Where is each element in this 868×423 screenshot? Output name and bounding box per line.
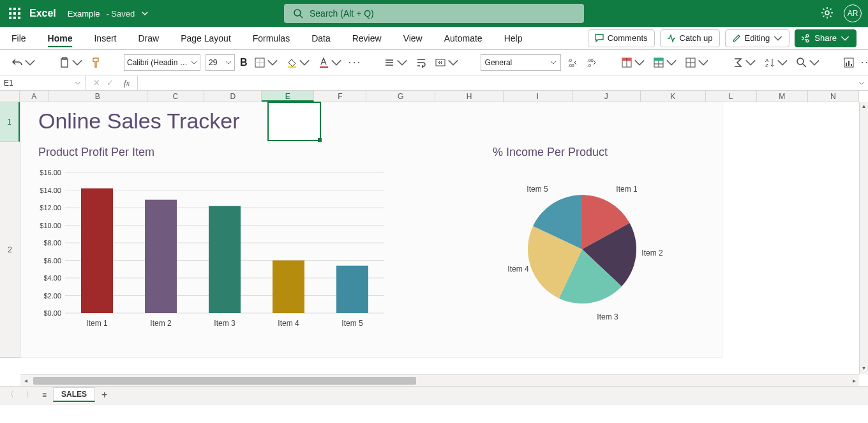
autosum-button[interactable] [731, 56, 758, 70]
select-all-corner[interactable] [0, 91, 20, 102]
svg-text:.00: .00 [587, 58, 594, 63]
app-launcher-icon[interactable] [9, 8, 20, 19]
svg-text:$8.00: $8.00 [43, 239, 61, 247]
cell-styles-button[interactable] [684, 56, 710, 70]
fill-color-button[interactable] [285, 56, 311, 70]
tab-help[interactable]: Help [504, 29, 523, 47]
font-size-select[interactable]: 29 [206, 54, 235, 71]
tab-draw[interactable]: Draw [138, 29, 159, 47]
tab-insert[interactable]: Insert [94, 29, 116, 47]
paste-button[interactable] [57, 56, 84, 70]
column-header-C[interactable]: C [147, 91, 205, 102]
svg-text:$10.00: $10.00 [40, 222, 61, 229]
search-input[interactable]: Search (Alt + Q) [284, 4, 584, 23]
column-header-K[interactable]: K [641, 91, 706, 102]
tab-formulas[interactable]: Formulas [253, 29, 290, 47]
comments-button[interactable]: Comments [588, 29, 655, 47]
chevron-down-icon [331, 57, 342, 68]
sheet-nav-next[interactable]: 〉 [23, 389, 36, 400]
svg-text:$6.00: $6.00 [43, 257, 61, 265]
analyze-data-button[interactable] [842, 56, 856, 70]
find-button[interactable] [795, 56, 821, 70]
conditional-format-button[interactable] [620, 56, 647, 70]
fx-icon[interactable]: fx [124, 78, 130, 88]
formula-bar-row: E1 ✕ ✓ fx [0, 75, 868, 91]
tab-page-layout[interactable]: Page Layout [181, 29, 231, 47]
search-placeholder: Search (Alt + Q) [310, 8, 374, 19]
number-format-select[interactable]: General [481, 54, 561, 71]
tab-file[interactable]: File [11, 29, 26, 47]
tab-home[interactable]: Home [48, 29, 73, 47]
horizontal-scrollbar[interactable]: ◂ ▸ [20, 374, 859, 386]
tab-review[interactable]: Review [352, 29, 382, 47]
scroll-down-icon[interactable]: ▾ [860, 364, 868, 374]
column-header-G[interactable]: G [366, 91, 435, 102]
svg-rect-9 [320, 66, 328, 68]
more-ribbon-button[interactable]: ··· [861, 56, 868, 69]
column-header-F[interactable]: F [314, 91, 366, 102]
active-cell[interactable] [267, 102, 321, 141]
svg-rect-34 [848, 61, 849, 66]
svg-text:$4.00: $4.00 [43, 274, 61, 282]
column-header-L[interactable]: L [706, 91, 757, 102]
row-header-2[interactable]: 2 [0, 142, 20, 358]
column-header-A[interactable]: A [20, 91, 49, 102]
formula-input[interactable] [137, 75, 855, 90]
chevron-down-icon [71, 57, 83, 68]
column-header-E[interactable]: E [262, 91, 314, 102]
svg-text:Z: Z [765, 63, 768, 68]
vertical-scrollbar[interactable]: ▴ ▾ [859, 102, 868, 374]
activity-icon [667, 34, 676, 43]
decrease-decimal-button[interactable]: .00.0 [585, 56, 599, 70]
document-title[interactable]: Example - Saved [68, 9, 149, 19]
expand-formula-bar[interactable] [855, 78, 868, 88]
cancel-formula-icon[interactable]: ✕ [93, 78, 100, 88]
sheet-nav-prev[interactable]: 〈 [4, 389, 17, 400]
editing-mode-button[interactable]: Editing [725, 29, 790, 47]
format-painter-button[interactable] [89, 56, 103, 70]
scroll-left-icon[interactable]: ◂ [20, 377, 31, 384]
sheet-tab-sales[interactable]: SALES [53, 387, 95, 402]
more-font-button[interactable]: ··· [348, 56, 362, 69]
column-header-N[interactable]: N [808, 91, 859, 102]
pencil-icon [732, 34, 741, 43]
column-header-D[interactable]: D [204, 91, 262, 102]
name-box[interactable]: E1 [0, 75, 86, 91]
user-avatar[interactable]: AR [844, 4, 862, 22]
tab-data[interactable]: Data [311, 29, 331, 47]
wrap-text-button[interactable] [414, 56, 428, 70]
tab-automate[interactable]: Automate [444, 29, 483, 47]
all-sheets-button[interactable]: ≡ [42, 390, 47, 399]
scroll-up-icon[interactable]: ▴ [860, 102, 868, 112]
align-button[interactable] [382, 56, 409, 70]
scroll-right-icon[interactable]: ▸ [849, 377, 859, 384]
scroll-thumb[interactable] [33, 377, 416, 385]
add-sheet-button[interactable]: + [101, 389, 107, 401]
column-header-B[interactable]: B [49, 91, 147, 102]
tab-view[interactable]: View [403, 29, 423, 47]
row-header-1[interactable]: 1 [0, 102, 20, 142]
fill-handle[interactable] [318, 138, 322, 142]
column-header-H[interactable]: H [435, 91, 504, 102]
column-header-I[interactable]: I [504, 91, 572, 102]
svg-point-30 [797, 58, 804, 65]
svg-text:$2.00: $2.00 [43, 292, 61, 300]
column-header-M[interactable]: M [757, 91, 808, 102]
undo-button[interactable] [10, 56, 37, 70]
sort-filter-button[interactable]: AZ [763, 56, 789, 70]
increase-decimal-button[interactable]: .0.00 [566, 56, 580, 70]
column-header-J[interactable]: J [572, 91, 641, 102]
catchup-button[interactable]: Catch up [660, 29, 720, 47]
share-button[interactable]: Share [795, 29, 857, 47]
settings-button[interactable] [821, 6, 834, 21]
format-table-button[interactable] [652, 56, 678, 70]
find-icon [796, 57, 807, 68]
font-color-button[interactable] [317, 56, 343, 70]
borders-button[interactable] [253, 56, 280, 70]
bold-button[interactable]: B [240, 57, 248, 68]
merge-button[interactable] [433, 56, 460, 70]
svg-text:Item 2: Item 2 [150, 319, 172, 328]
sheet-body[interactable]: Online Sales Tracker Product Profit Per … [20, 102, 859, 374]
font-family-select[interactable]: Calibri (Headin … [124, 54, 200, 71]
accept-formula-icon[interactable]: ✓ [107, 78, 114, 88]
